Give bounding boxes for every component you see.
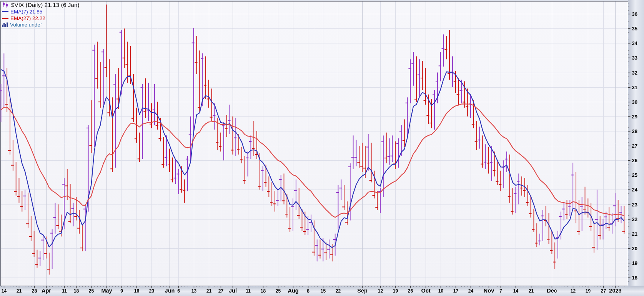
candlestick-chart-icon (2, 2, 9, 8)
volume-bars-icon (2, 22, 8, 27)
legend-title-row: $VIX (Daily) 21.13 (6 Jan) (2, 1, 80, 8)
chart-title: $VIX (Daily) 21.13 (6 Jan) (11, 2, 80, 8)
ema7-line-swatch (2, 11, 8, 12)
ema27-line-swatch (2, 18, 8, 19)
ema7-label: EMA(7) 21.85 (10, 9, 42, 15)
legend-ema27-row: EMA(27) 22.22 (2, 15, 80, 22)
legend-volume-row: Volume undef (2, 22, 80, 28)
chart-stage: $VIX (Daily) 21.13 (6 Jan) EMA(7) 21.85 … (0, 0, 644, 296)
ema27-label: EMA(27) 22.22 (10, 15, 45, 21)
volume-label: Volume undef (10, 22, 42, 28)
legend-ema7-row: EMA(7) 21.85 (2, 8, 80, 15)
chart-legend: $VIX (Daily) 21.13 (6 Jan) EMA(7) 21.85 … (2, 1, 80, 28)
vix-price-chart-canvas (0, 0, 644, 296)
